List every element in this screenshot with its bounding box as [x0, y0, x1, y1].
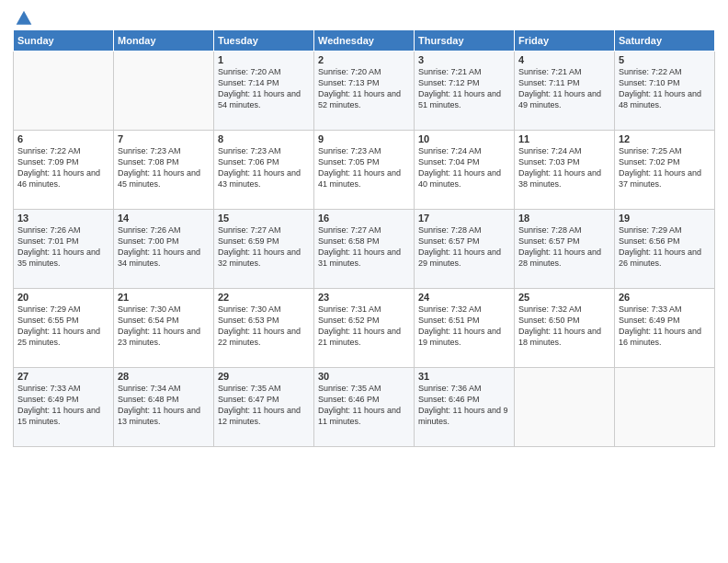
day-header-saturday: Saturday [615, 30, 715, 52]
day-number: 4 [518, 54, 610, 65]
cell-sun-info: Sunrise: 7:21 AM Sunset: 7:12 PM Dayligh… [418, 66, 510, 111]
day-number: 24 [418, 292, 510, 303]
day-number: 5 [619, 54, 711, 65]
calendar-cell: 26Sunrise: 7:33 AM Sunset: 6:49 PM Dayli… [615, 289, 715, 368]
day-header-friday: Friday [515, 30, 615, 52]
calendar-cell: 25Sunrise: 7:32 AM Sunset: 6:50 PM Dayli… [515, 289, 615, 368]
calendar-cell: 24Sunrise: 7:32 AM Sunset: 6:51 PM Dayli… [415, 289, 515, 368]
day-number: 13 [17, 213, 109, 224]
cell-sun-info: Sunrise: 7:22 AM Sunset: 7:09 PM Dayligh… [17, 145, 109, 190]
calendar-cell: 19Sunrise: 7:29 AM Sunset: 6:56 PM Dayli… [615, 210, 715, 289]
day-number: 15 [218, 213, 310, 224]
day-number: 6 [17, 133, 109, 144]
calendar-cell: 7Sunrise: 7:23 AM Sunset: 7:08 PM Daylig… [114, 131, 214, 210]
calendar-cell: 9Sunrise: 7:23 AM Sunset: 7:05 PM Daylig… [314, 131, 415, 210]
day-number: 14 [118, 213, 210, 224]
day-number: 29 [218, 371, 310, 382]
day-number: 20 [17, 292, 109, 303]
calendar-cell [615, 368, 715, 447]
day-number: 28 [118, 371, 210, 382]
cell-sun-info: Sunrise: 7:23 AM Sunset: 7:08 PM Dayligh… [118, 145, 210, 190]
calendar-cell: 17Sunrise: 7:28 AM Sunset: 6:57 PM Dayli… [415, 210, 515, 289]
cell-sun-info: Sunrise: 7:21 AM Sunset: 7:11 PM Dayligh… [518, 66, 610, 111]
logo [13, 9, 33, 24]
page-header [13, 9, 715, 24]
calendar-week-5: 27Sunrise: 7:33 AM Sunset: 6:49 PM Dayli… [14, 368, 715, 447]
cell-sun-info: Sunrise: 7:23 AM Sunset: 7:06 PM Dayligh… [218, 145, 310, 190]
day-number: 17 [418, 213, 510, 224]
day-number: 2 [318, 54, 410, 65]
calendar-cell: 27Sunrise: 7:33 AM Sunset: 6:49 PM Dayli… [14, 368, 114, 447]
calendar-header-row: SundayMondayTuesdayWednesdayThursdayFrid… [14, 30, 715, 52]
calendar-cell: 15Sunrise: 7:27 AM Sunset: 6:59 PM Dayli… [214, 210, 314, 289]
day-number: 11 [518, 133, 610, 144]
cell-sun-info: Sunrise: 7:31 AM Sunset: 6:52 PM Dayligh… [318, 304, 410, 349]
cell-sun-info: Sunrise: 7:28 AM Sunset: 6:57 PM Dayligh… [418, 224, 510, 270]
calendar-week-4: 20Sunrise: 7:29 AM Sunset: 6:55 PM Dayli… [14, 289, 715, 368]
calendar-cell [14, 52, 114, 131]
calendar-week-2: 6Sunrise: 7:22 AM Sunset: 7:09 PM Daylig… [14, 131, 715, 210]
calendar-table: SundayMondayTuesdayWednesdayThursdayFrid… [13, 29, 715, 447]
cell-sun-info: Sunrise: 7:27 AM Sunset: 6:59 PM Dayligh… [218, 224, 310, 270]
day-number: 23 [318, 292, 410, 303]
day-number: 18 [518, 213, 610, 224]
day-number: 21 [118, 292, 210, 303]
day-number: 26 [619, 292, 711, 303]
calendar-cell: 4Sunrise: 7:21 AM Sunset: 7:11 PM Daylig… [515, 52, 615, 131]
cell-sun-info: Sunrise: 7:26 AM Sunset: 7:01 PM Dayligh… [17, 224, 109, 270]
day-number: 19 [619, 213, 711, 224]
calendar-cell [515, 368, 615, 447]
cell-sun-info: Sunrise: 7:36 AM Sunset: 6:46 PM Dayligh… [418, 383, 510, 428]
calendar-cell: 31Sunrise: 7:36 AM Sunset: 6:46 PM Dayli… [415, 368, 515, 447]
cell-sun-info: Sunrise: 7:34 AM Sunset: 6:48 PM Dayligh… [118, 383, 210, 428]
cell-sun-info: Sunrise: 7:33 AM Sunset: 6:49 PM Dayligh… [17, 383, 109, 428]
day-number: 22 [218, 292, 310, 303]
cell-sun-info: Sunrise: 7:27 AM Sunset: 6:58 PM Dayligh… [318, 224, 410, 270]
cell-sun-info: Sunrise: 7:24 AM Sunset: 7:03 PM Dayligh… [518, 145, 610, 190]
cell-sun-info: Sunrise: 7:35 AM Sunset: 6:47 PM Dayligh… [218, 383, 310, 428]
calendar-cell: 28Sunrise: 7:34 AM Sunset: 6:48 PM Dayli… [114, 368, 214, 447]
day-number: 16 [318, 213, 410, 224]
calendar-cell: 8Sunrise: 7:23 AM Sunset: 7:06 PM Daylig… [214, 131, 314, 210]
calendar-week-3: 13Sunrise: 7:26 AM Sunset: 7:01 PM Dayli… [14, 210, 715, 289]
day-number: 8 [218, 133, 310, 144]
calendar-cell: 1Sunrise: 7:20 AM Sunset: 7:14 PM Daylig… [214, 52, 314, 131]
day-number: 25 [518, 292, 610, 303]
calendar-cell: 23Sunrise: 7:31 AM Sunset: 6:52 PM Dayli… [314, 289, 415, 368]
cell-sun-info: Sunrise: 7:32 AM Sunset: 6:50 PM Dayligh… [518, 304, 610, 349]
day-number: 30 [318, 371, 410, 382]
cell-sun-info: Sunrise: 7:35 AM Sunset: 6:46 PM Dayligh… [318, 383, 410, 428]
cell-sun-info: Sunrise: 7:28 AM Sunset: 6:57 PM Dayligh… [518, 224, 610, 270]
day-number: 1 [218, 54, 310, 65]
cell-sun-info: Sunrise: 7:24 AM Sunset: 7:04 PM Dayligh… [418, 145, 510, 190]
cell-sun-info: Sunrise: 7:33 AM Sunset: 6:49 PM Dayligh… [619, 304, 711, 349]
calendar-cell: 6Sunrise: 7:22 AM Sunset: 7:09 PM Daylig… [14, 131, 114, 210]
day-number: 3 [418, 54, 510, 65]
day-number: 7 [118, 133, 210, 144]
calendar-cell: 22Sunrise: 7:30 AM Sunset: 6:53 PM Dayli… [214, 289, 314, 368]
calendar-week-1: 1Sunrise: 7:20 AM Sunset: 7:14 PM Daylig… [14, 52, 715, 131]
cell-sun-info: Sunrise: 7:29 AM Sunset: 6:56 PM Dayligh… [619, 224, 711, 270]
cell-sun-info: Sunrise: 7:30 AM Sunset: 6:54 PM Dayligh… [118, 304, 210, 349]
cell-sun-info: Sunrise: 7:26 AM Sunset: 7:00 PM Dayligh… [118, 224, 210, 270]
cell-sun-info: Sunrise: 7:20 AM Sunset: 7:13 PM Dayligh… [318, 66, 410, 111]
calendar-cell: 14Sunrise: 7:26 AM Sunset: 7:00 PM Dayli… [114, 210, 214, 289]
calendar-cell [114, 52, 214, 131]
cell-sun-info: Sunrise: 7:25 AM Sunset: 7:02 PM Dayligh… [619, 145, 711, 190]
day-number: 10 [418, 133, 510, 144]
calendar-cell: 3Sunrise: 7:21 AM Sunset: 7:12 PM Daylig… [415, 52, 515, 131]
calendar-cell: 12Sunrise: 7:25 AM Sunset: 7:02 PM Dayli… [615, 131, 715, 210]
day-header-thursday: Thursday [415, 30, 515, 52]
day-number: 31 [418, 371, 510, 382]
day-header-sunday: Sunday [14, 30, 114, 52]
cell-sun-info: Sunrise: 7:30 AM Sunset: 6:53 PM Dayligh… [218, 304, 310, 349]
calendar-cell: 16Sunrise: 7:27 AM Sunset: 6:58 PM Dayli… [314, 210, 415, 289]
day-header-monday: Monday [114, 30, 214, 52]
calendar-cell: 29Sunrise: 7:35 AM Sunset: 6:47 PM Dayli… [214, 368, 314, 447]
calendar-cell: 13Sunrise: 7:26 AM Sunset: 7:01 PM Dayli… [14, 210, 114, 289]
calendar-cell: 5Sunrise: 7:22 AM Sunset: 7:10 PM Daylig… [615, 52, 715, 131]
calendar-cell: 18Sunrise: 7:28 AM Sunset: 6:57 PM Dayli… [515, 210, 615, 289]
svg-marker-0 [17, 11, 32, 25]
calendar-cell: 20Sunrise: 7:29 AM Sunset: 6:55 PM Dayli… [14, 289, 114, 368]
day-header-tuesday: Tuesday [214, 30, 314, 52]
